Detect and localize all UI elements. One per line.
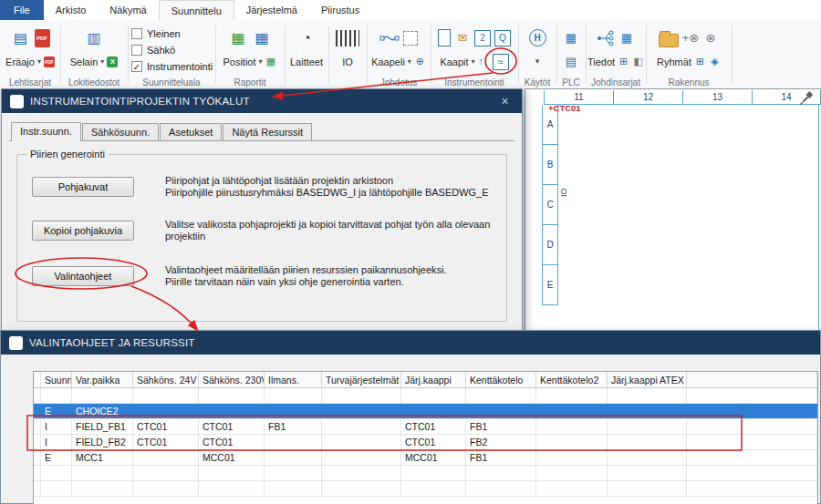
table-row[interactable]: IFIELD_FB1CTC01CTC01FB1CTC01FB1 xyxy=(34,419,817,435)
dialog2-titlebar[interactable]: VALINTAOHJEET JA RESURSSIT xyxy=(1,331,820,355)
mail-icon[interactable]: ✉ xyxy=(454,30,471,46)
cell xyxy=(34,450,41,465)
tab-nayta-resurssit[interactable]: Näytä Resurssit xyxy=(223,123,312,140)
checkbox-sahko[interactable]: Sähkö xyxy=(131,43,213,57)
ribbon-tab-bar: File Arkisto Näkymä Suunnittelu Järjeste… xyxy=(0,0,821,20)
ryhmat-button[interactable]: Ryhmät xyxy=(657,57,691,67)
selain-button[interactable]: Selain xyxy=(70,57,99,67)
tab-sahkosuunn[interactable]: Sähkösuunn. xyxy=(82,123,159,140)
device-label: +CTC01 xyxy=(548,103,581,113)
eraajo-button[interactable]: Eräajo xyxy=(5,57,35,67)
table-row[interactable]: IFIELD_FB2CTC01CTC01CTC01FB2 xyxy=(34,435,817,450)
ribbon: File Arkisto Näkymä Suunnittelu Järjeste… xyxy=(0,0,821,91)
tiedot-button[interactable]: Tiedot xyxy=(587,57,615,67)
column-header[interactable]: Kenttäkotelo2 xyxy=(536,372,608,387)
pin-icon[interactable] xyxy=(799,91,814,106)
positions-mini-icon[interactable]: ▦ xyxy=(265,56,277,67)
table-row[interactable] xyxy=(34,466,817,481)
wire-table-icon[interactable]: ▦ xyxy=(618,30,635,46)
drive-icon[interactable]: H xyxy=(529,29,546,46)
pohjakuvat-button[interactable]: Pohjakuvat xyxy=(32,177,134,197)
globe-icon[interactable]: ⊕ xyxy=(414,56,426,67)
diamond-icon[interactable]: ◈ xyxy=(709,56,721,67)
column-header[interactable]: Sähköns. 230V xyxy=(199,372,265,387)
tab-arkisto[interactable]: Arkisto xyxy=(44,0,99,20)
column-header[interactable]: Järj.kaappi xyxy=(401,372,466,387)
io-side-label: IO xyxy=(559,188,568,197)
tab-instr-suunn[interactable]: Instr.suunn. xyxy=(11,122,81,141)
add-node-icon[interactable]: +⊗ xyxy=(682,30,699,46)
pdf-mini-icon[interactable]: PDF xyxy=(44,57,55,67)
tab-file[interactable]: File xyxy=(0,0,44,20)
sheet2-icon[interactable]: 2 xyxy=(474,30,491,46)
harness-icon[interactable] xyxy=(597,30,615,46)
cell: MCC1 xyxy=(72,450,133,465)
cell xyxy=(401,481,466,496)
wire-half-icon[interactable]: ◧ xyxy=(632,56,644,67)
column-header[interactable]: Var.paikka xyxy=(72,372,133,387)
io-button[interactable]: IO xyxy=(342,57,353,67)
log-files-icon[interactable]: ▥ xyxy=(84,28,104,48)
plc-rows-icon[interactable]: ▤ xyxy=(563,54,579,70)
cad-drawing-area[interactable]: 11 12 13 14 A B C D E +CTC01 IO xyxy=(525,88,821,331)
column-header[interactable]: Ilmans. xyxy=(265,372,322,387)
xls-icon[interactable]: X xyxy=(107,57,118,67)
cable-icon[interactable] xyxy=(379,31,400,46)
chevron-down-icon[interactable]: ▾ xyxy=(535,57,540,66)
cell: MCC01 xyxy=(401,450,466,465)
valintaohjeet-button[interactable]: Valintaohjeet xyxy=(32,266,134,286)
cell xyxy=(687,435,817,449)
sort-updown-icon[interactable]: ↑↓ xyxy=(478,56,490,67)
table-row[interactable] xyxy=(34,388,817,404)
dialog1-title: INSTRUMENTOINTIPROJEKTIN TYÖKALUT xyxy=(30,96,250,107)
kaapeli-button[interactable]: Kaapeli xyxy=(371,57,405,67)
group-lokitiedostot: ▥ Selain ▾ X Lokitiedostot xyxy=(62,20,126,90)
cell xyxy=(322,404,401,418)
plc-table-icon[interactable]: ▦ xyxy=(563,30,579,46)
cell xyxy=(41,481,72,496)
cell xyxy=(34,372,41,387)
checkbox-yleinen[interactable]: Yleinen xyxy=(131,26,213,40)
selection-box-icon[interactable] xyxy=(403,31,418,46)
positiot-button[interactable]: Positiot xyxy=(223,57,255,67)
close-icon[interactable]: × xyxy=(497,94,514,108)
pdf-icon[interactable]: PDF xyxy=(35,29,50,47)
cell: MCC01 xyxy=(199,450,265,465)
report-table-icon[interactable]: ▦ xyxy=(252,28,272,48)
instrument-tools-icon[interactable]: ≈ xyxy=(493,54,509,70)
tab-asetukset[interactable]: Asetukset xyxy=(160,123,222,140)
table-row[interactable]: EMCC1MCC01MCC01FB1 xyxy=(34,450,817,466)
group-grid-icon[interactable]: ⊞ xyxy=(694,56,706,67)
laitteet-button[interactable]: Laitteet xyxy=(290,57,323,67)
batch-form-icon[interactable]: ▤ xyxy=(11,28,31,48)
cell xyxy=(41,466,72,480)
tab-piirustus[interactable]: Piirustus xyxy=(309,0,371,20)
qg-icon[interactable]: Q xyxy=(494,30,511,46)
column-header[interactable]: Suunn.... xyxy=(41,372,72,387)
tab-suunnittelu[interactable]: Suunnittelu xyxy=(159,0,234,20)
barcode-icon[interactable] xyxy=(336,30,359,46)
valintaohjeet-table[interactable]: Suunn....Var.paikkaSähköns. 24VSähköns. … xyxy=(33,371,818,504)
cell xyxy=(466,481,536,496)
kaapit-button[interactable]: Kaapit xyxy=(440,57,468,67)
column-header[interactable]: Järj.kaappi ATEX xyxy=(608,372,687,387)
wire-group-icon[interactable]: ⊞ xyxy=(618,56,629,67)
table-row[interactable] xyxy=(34,481,817,497)
tab-jarjestelma[interactable]: Järjestelmä xyxy=(234,0,309,20)
checkbox-instrumentointi[interactable]: ✓ Instrumentointi xyxy=(131,59,213,73)
folder-icon[interactable] xyxy=(659,34,679,47)
positions-report-icon[interactable]: ▦ xyxy=(228,28,248,48)
dialog1-titlebar[interactable]: INSTRUMENTOINTIPROJEKTIN TYÖKALUT × xyxy=(2,89,522,113)
column-header[interactable]: Turvajärjestelmät xyxy=(322,372,401,387)
table-row[interactable]: ECHOICE2 xyxy=(34,404,817,419)
cell xyxy=(536,435,608,449)
node-icon[interactable]: ⊗ xyxy=(702,30,719,46)
tab-pane-border xyxy=(9,140,514,141)
cell xyxy=(466,466,536,480)
column-header[interactable]: Kenttäkotelo xyxy=(466,372,536,387)
tab-nakyma[interactable]: Näkymä xyxy=(98,0,158,20)
cabinet-icon[interactable] xyxy=(438,29,451,46)
column-header[interactable]: Sähköns. 24V xyxy=(133,372,199,387)
kopioi-pohjakuvia-button[interactable]: Kopioi pohjakuvia xyxy=(32,221,134,241)
clock-icon[interactable]: ◔ xyxy=(296,28,317,48)
